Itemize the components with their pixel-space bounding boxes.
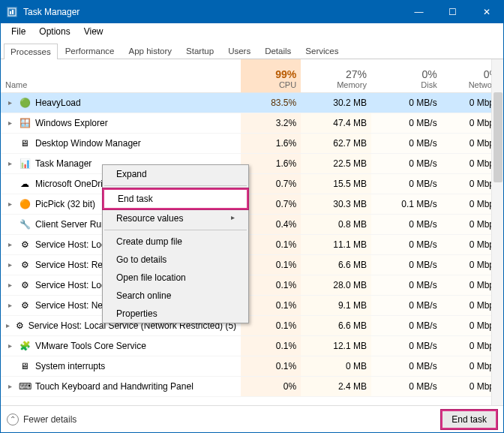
- cpu-cell: 0.1%: [241, 234, 301, 254]
- expand-icon[interactable]: ▸: [5, 260, 14, 269]
- expand-icon[interactable]: ▸: [5, 301, 14, 309]
- table-row[interactable]: ▸⚙Service Host: Local Service (Network R…: [1, 315, 503, 335]
- cpu-cell: 0.7%: [241, 173, 301, 194]
- chevron-up-icon: ⌃: [7, 413, 19, 425]
- process-icon: ⚙: [19, 259, 31, 271]
- disk-cell: 0 MB/s: [371, 113, 442, 133]
- memory-cell: 6.6 MB: [301, 315, 371, 335]
- table-row[interactable]: ▸⌨Touch Keyboard and Handwriting Panel0%…: [1, 376, 503, 396]
- memory-cell: 2.4 MB: [301, 376, 371, 396]
- table-row[interactable]: ▸🪟Windows Explorer3.2%47.4 MB0 MB/s0 Mbp…: [1, 113, 503, 133]
- table-row[interactable]: ▸🟠PicPick (32 bit)0.7%30.3 MB0.1 MB/s0 M…: [1, 194, 503, 214]
- disk-cell: 0 MB/s: [371, 356, 442, 376]
- close-button[interactable]: ✕: [470, 1, 503, 23]
- table-row[interactable]: ▸🧩VMware Tools Core Service0.1%12.1 MB0 …: [1, 335, 503, 356]
- cpu-cell: 83.5%: [241, 92, 301, 113]
- titlebar[interactable]: Task Manager — ☐ ✕: [1, 1, 503, 23]
- menubar: File Options View: [1, 23, 503, 40]
- table-row[interactable]: ☁Microsoft OneDrive0.7%15.5 MB0 MB/s0 Mb…: [1, 173, 503, 194]
- ctx-properties[interactable]: Properties: [103, 305, 248, 323]
- expand-icon[interactable]: ▸: [5, 240, 14, 248]
- menu-options[interactable]: Options: [33, 25, 76, 38]
- expand-icon[interactable]: ▸: [5, 382, 14, 390]
- table-row[interactable]: 🖥Desktop Window Manager1.6%62.7 MB0 MB/s…: [1, 133, 503, 153]
- ctx-create-dump[interactable]: Create dump file: [103, 233, 248, 251]
- minimize-button[interactable]: —: [402, 1, 436, 23]
- col-name[interactable]: Name: [1, 59, 241, 92]
- disk-cell: 0 MB/s: [371, 173, 442, 194]
- memory-cell: 0 MB: [301, 356, 371, 376]
- expand-icon[interactable]: ▸: [5, 281, 14, 289]
- tab-app-history[interactable]: App history: [122, 43, 179, 59]
- ctx-sep: [104, 230, 247, 230]
- menu-view[interactable]: View: [78, 25, 110, 38]
- cpu-cell: 0.1%: [241, 275, 301, 295]
- expand-icon[interactable]: ▸: [5, 321, 11, 329]
- table-row[interactable]: 🖥System interrupts0.1%0 MB0 MB/s0 Mbps: [1, 356, 503, 376]
- cpu-cell: 0%: [241, 376, 301, 396]
- col-disk[interactable]: 0%Disk: [371, 59, 442, 92]
- memory-cell: 9.1 MB: [301, 295, 371, 315]
- process-icon: 🖥: [19, 360, 31, 372]
- ctx-end-task[interactable]: End task: [103, 188, 248, 209]
- table-row[interactable]: ▸📊Task Manager1.6%22.5 MB0 MB/s0 Mbps: [1, 153, 503, 173]
- table-row[interactable]: ▸🟢HeavyLoad83.5%30.2 MB0 MB/s0 Mbps: [1, 92, 503, 113]
- fewer-details-button[interactable]: ⌃ Fewer details: [7, 413, 76, 425]
- svg-rect-2: [10, 11, 11, 14]
- process-name: Task Manager: [35, 158, 92, 169]
- process-icon: 🟠: [19, 198, 31, 210]
- cpu-cell: 0.1%: [241, 315, 301, 335]
- memory-cell: 0.8 MB: [301, 214, 371, 234]
- process-icon: 📊: [19, 158, 31, 170]
- tab-users[interactable]: Users: [221, 43, 257, 59]
- memory-cell: 28.0 MB: [301, 275, 371, 295]
- table-row[interactable]: 🔧Client Server Runtime0.4%0.8 MB0 MB/s0 …: [1, 214, 503, 234]
- disk-cell: 0 MB/s: [371, 92, 442, 113]
- ctx-expand[interactable]: Expand: [103, 165, 248, 183]
- ctx-go-to-details[interactable]: Go to details: [103, 251, 248, 269]
- tab-details[interactable]: Details: [258, 43, 298, 59]
- process-table-wrap: Name 99%CPU 27%Memory 0%Disk 0%Network ▸…: [1, 59, 503, 405]
- end-task-button[interactable]: End task: [441, 410, 497, 429]
- table-row[interactable]: ▸⚙Service Host: Network Service (7)0.1%9…: [1, 295, 503, 315]
- process-name: HeavyLoad: [35, 98, 81, 108]
- app-icon: [1, 7, 23, 17]
- expand-icon[interactable]: ▸: [5, 119, 14, 127]
- vertical-scrollbar[interactable]: [491, 59, 503, 405]
- cpu-cell: 3.2%: [241, 113, 301, 133]
- cpu-cell: 1.6%: [241, 133, 301, 153]
- memory-cell: 47.4 MB: [301, 113, 371, 133]
- expand-icon[interactable]: ▸: [5, 98, 14, 107]
- disk-cell: 0 MB/s: [371, 376, 442, 396]
- tab-processes[interactable]: Processes: [4, 44, 58, 59]
- ctx-search-online[interactable]: Search online: [103, 287, 248, 305]
- memory-cell: 62.7 MB: [301, 133, 371, 153]
- col-cpu[interactable]: 99%CPU: [241, 59, 301, 92]
- process-icon: ⌨: [19, 380, 31, 392]
- table-row[interactable]: ▸⚙Service Host: Remote Procedure Call (2…: [1, 254, 503, 275]
- tab-startup[interactable]: Startup: [179, 43, 220, 59]
- expand-icon[interactable]: ▸: [5, 200, 14, 208]
- table-row[interactable]: ▸⚙Service Host: Local Service (No Networ…: [1, 234, 503, 254]
- memory-cell: 30.2 MB: [301, 92, 371, 113]
- tab-performance[interactable]: Performance: [58, 43, 122, 59]
- disk-cell: 0 MB/s: [371, 254, 442, 275]
- process-icon: ⚙: [19, 239, 31, 251]
- maximize-button[interactable]: ☐: [436, 1, 470, 23]
- cpu-cell: 0.4%: [241, 214, 301, 234]
- process-name: System interrupts: [35, 361, 105, 371]
- process-name: Microsoft OneDrive: [35, 179, 112, 189]
- ctx-open-file-location[interactable]: Open file location: [103, 269, 248, 287]
- process-icon: ⚙: [19, 279, 31, 291]
- menu-file[interactable]: File: [5, 25, 32, 38]
- col-memory[interactable]: 27%Memory: [301, 59, 371, 92]
- disk-cell: 0 MB/s: [371, 315, 442, 335]
- ctx-sep: [104, 185, 247, 186]
- table-row[interactable]: ▸⚙Service Host: Local System (18)0.1%28.…: [1, 275, 503, 295]
- expand-icon[interactable]: ▸: [5, 341, 14, 350]
- disk-cell: 0 MB/s: [371, 295, 442, 315]
- ctx-resource-values[interactable]: Resource values: [103, 209, 248, 227]
- tab-services[interactable]: Services: [298, 43, 345, 59]
- expand-icon[interactable]: ▸: [5, 159, 14, 167]
- process-icon: ⚙: [19, 299, 31, 311]
